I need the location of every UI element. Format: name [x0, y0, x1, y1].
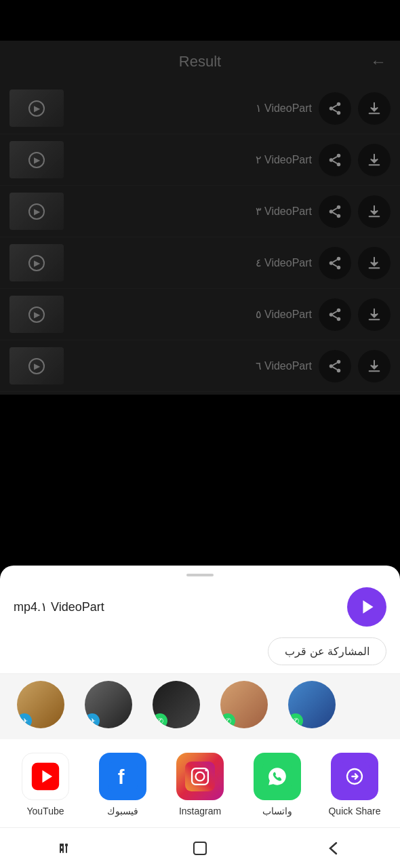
instagram-icon: [176, 753, 224, 800]
contact-item[interactable]: ✆: [142, 681, 210, 728]
contact-item[interactable]: ✈: [7, 681, 75, 728]
whatsapp-badge: ✆: [220, 713, 235, 728]
svg-rect-47: [62, 844, 64, 853]
contacts-row: ✈ ✈ ✆ ✆ ✆: [0, 673, 400, 739]
nav-menu-button[interactable]: [46, 833, 87, 863]
apps-row: YouTube f فيسبوك Instagram واتساب Quick …: [0, 739, 400, 827]
quickshare-icon: [331, 753, 378, 800]
svg-rect-49: [194, 842, 206, 854]
app-item-youtube[interactable]: YouTube: [12, 753, 79, 816]
nav-home-button[interactable]: [180, 833, 220, 863]
svg-text:f: f: [118, 766, 125, 788]
contact-avatar: ✆: [288, 681, 336, 728]
facebook-icon: f: [99, 753, 146, 800]
facebook-label: فيسبوك: [107, 806, 138, 816]
instagram-label: Instagram: [179, 806, 221, 816]
contact-item[interactable]: ✈: [75, 681, 142, 728]
share-nearby-button[interactable]: المشاركة عن قرب: [268, 637, 386, 665]
contact-avatar: ✈: [17, 681, 64, 728]
contact-item[interactable]: ✆: [278, 681, 346, 728]
top-status-bar: [0, 0, 400, 41]
contact-item[interactable]: ✆: [210, 681, 278, 728]
dimmed-overlay: [0, 41, 400, 515]
svg-marker-30: [363, 600, 373, 614]
quickshare-label: Quick Share: [328, 806, 380, 816]
svg-point-39: [205, 769, 207, 772]
youtube-label: YouTube: [26, 806, 64, 816]
app-item-facebook[interactable]: f فيسبوك: [89, 753, 157, 816]
sheet-video-row: VideoPart ١.mp4: [0, 576, 400, 637]
contact-avatar: ✆: [153, 681, 200, 728]
sheet-video-name: VideoPart ١.mp4: [14, 599, 104, 614]
navigation-bar: [0, 827, 400, 868]
app-item-instagram[interactable]: Instagram: [166, 753, 234, 816]
telegram-badge: ✈: [85, 713, 100, 728]
app-item-quickshare[interactable]: Quick Share: [321, 753, 388, 816]
whatsapp-badge: ✆: [288, 713, 303, 728]
whatsapp-badge: ✆: [153, 713, 167, 728]
contact-avatar: ✈: [85, 681, 132, 728]
sheet-play-button[interactable]: [347, 587, 386, 627]
app-item-whatsapp[interactable]: واتساب: [243, 753, 311, 816]
contact-avatar: ✆: [220, 681, 268, 728]
nav-back-button[interactable]: [313, 833, 354, 863]
svg-rect-36: [185, 762, 215, 791]
share-nearby-row: المشاركة عن قرب: [0, 637, 400, 673]
whatsapp-label: واتساب: [262, 806, 292, 816]
svg-rect-46: [60, 844, 61, 853]
telegram-badge: ✈: [17, 713, 32, 728]
youtube-icon: [22, 753, 69, 800]
bottom-sheet: VideoPart ١.mp4 المشاركة عن قرب ✈ ✈ ✆ ✆ …: [0, 566, 400, 827]
whatsapp-icon: [254, 753, 301, 800]
svg-rect-48: [66, 844, 67, 853]
